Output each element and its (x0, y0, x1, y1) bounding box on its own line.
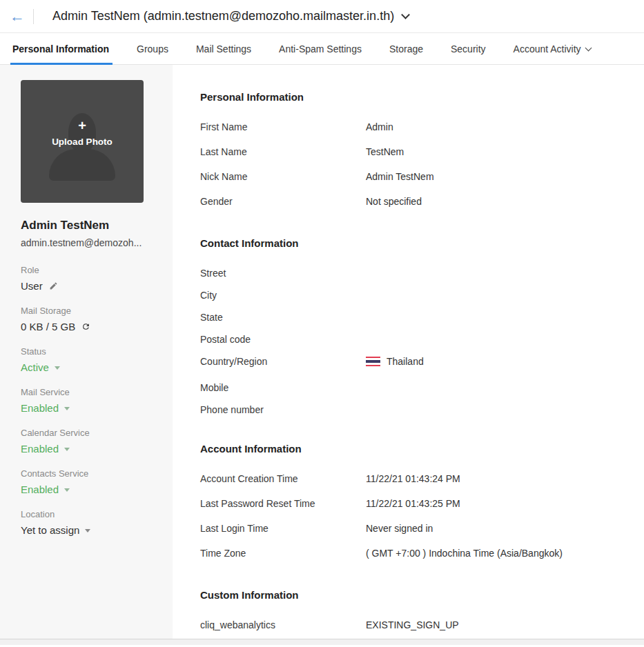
header: ← Admin TestNem (admin.testnem@demozoho.… (0, 0, 644, 33)
info-value: EXISTING_SIGN_UP (366, 619, 459, 630)
profile-sidebar: + Upload Photo Admin TestNem admin.testn… (0, 65, 173, 639)
info-value: Admin TestNem (366, 171, 434, 182)
upload-photo-button[interactable]: + Upload Photo (21, 80, 144, 203)
sidebar-field-value-calendar-service[interactable]: Enabled (21, 443, 152, 455)
tab-label: Groups (137, 43, 168, 54)
section-title: Contact Information (200, 237, 644, 250)
info-value: Admin (366, 121, 393, 132)
sidebar-field-mail-service: Mail ServiceEnabled (21, 387, 152, 414)
chevron-down-icon (401, 10, 410, 19)
tab-anti-spam-settings[interactable]: Anti-Spam Settings (279, 33, 362, 64)
info-row-first-name: First NameAdmin (200, 121, 644, 146)
info-value-text: Never signed in (366, 523, 433, 534)
sidebar-field-value-text: Enabled (21, 443, 59, 455)
info-value: 11/22/21 01:43:24 PM (366, 473, 460, 484)
section-contact-information: Contact InformationStreetCityStatePostal… (200, 237, 644, 426)
info-row-nick-name: Nick NameAdmin TestNem (200, 171, 644, 196)
user-title-dropdown[interactable]: Admin TestNem (admin.testnem@demozoho.ma… (43, 9, 409, 23)
info-row-account-creation-time: Account Creation Time11/22/21 01:43:24 P… (200, 473, 644, 498)
info-label: City (200, 290, 366, 301)
info-row-time-zone: Time Zone( GMT +7:00 ) Indochina Time (A… (200, 548, 644, 573)
section-personal-information: Personal InformationFirst NameAdminLast … (200, 91, 644, 221)
user-email: admin.testnem@demozoh... (21, 237, 152, 248)
info-row-cliq-webanalytics: cliq_webanalyticsEXISTING_SIGN_UP (200, 619, 644, 639)
sidebar-field-value-text: Yet to assign (21, 524, 79, 536)
info-value-text: TestNem (366, 146, 404, 157)
user-display-name: Admin TestNem (21, 219, 152, 232)
sidebar-field-value-contacts-service[interactable]: Enabled (21, 484, 152, 495)
info-value: Not specified (366, 196, 422, 207)
edit-pencil-icon[interactable] (49, 281, 58, 290)
refresh-icon[interactable] (81, 322, 90, 331)
tab-bar: Personal InformationGroupsMail SettingsA… (0, 33, 644, 65)
sidebar-field-value-text: 0 KB / 5 GB (21, 321, 75, 332)
info-row-city: City (200, 290, 644, 312)
tab-label: Anti-Spam Settings (279, 43, 362, 54)
tab-mail-settings[interactable]: Mail Settings (196, 33, 251, 64)
sidebar-field-value-text: Enabled (21, 402, 59, 414)
tab-security[interactable]: Security (451, 33, 486, 64)
info-row-last-login-time: Last Login TimeNever signed in (200, 523, 644, 548)
section-title: Account Information (200, 443, 644, 455)
sidebar-field-value-role: User (21, 280, 152, 292)
dropdown-caret-icon (55, 366, 60, 370)
sidebar-field-label: Role (21, 265, 152, 275)
chevron-down-icon (585, 44, 592, 51)
info-row-state: State (200, 312, 644, 334)
info-row-last-name: Last NameTestNem (200, 146, 644, 171)
info-label: Last Password Reset Time (200, 498, 366, 509)
plus-icon: + (21, 119, 144, 132)
section-account-information: Account InformationAccount Creation Time… (200, 443, 644, 573)
info-value: Thailand (366, 356, 424, 367)
tab-label: Storage (389, 43, 423, 54)
section-title: Personal Information (200, 91, 644, 103)
sidebar-field-value-location[interactable]: Yet to assign (21, 524, 152, 536)
sidebar-field-label: Contacts Service (21, 468, 152, 479)
tab-label: Personal Information (12, 43, 109, 54)
info-row-gender: GenderNot specified (200, 196, 644, 221)
info-label: Last Name (200, 146, 366, 157)
section-custom-information: Custom Informationcliq_webanalyticsEXIST… (200, 589, 644, 639)
sidebar-field-role: RoleUser (21, 265, 152, 292)
info-value-text: Thailand (387, 356, 424, 367)
info-value-text: 11/22/21 01:43:24 PM (366, 473, 460, 484)
info-value-text: EXISTING_SIGN_UP (366, 619, 459, 630)
back-button[interactable]: ← (8, 9, 26, 24)
info-label: Postal code (200, 334, 366, 345)
sidebar-field-label: Mail Service (21, 387, 152, 397)
sidebar-field-value-mail-service[interactable]: Enabled (21, 402, 152, 414)
info-row-last-password-reset-time: Last Password Reset Time11/22/21 01:43:2… (200, 498, 644, 523)
info-row-street: Street (200, 268, 644, 290)
dropdown-caret-icon (64, 407, 70, 410)
section-title: Custom Information (200, 589, 644, 601)
sidebar-field-contacts-service: Contacts ServiceEnabled (21, 468, 152, 495)
sidebar-fields: RoleUserMail Storage0 KB / 5 GBStatusAct… (21, 265, 152, 536)
sidebar-field-value-status[interactable]: Active (21, 361, 152, 373)
info-row-mobile: Mobile (200, 382, 644, 404)
content: + Upload Photo Admin TestNem admin.testn… (0, 65, 644, 639)
sidebar-field-value-text: User (21, 280, 43, 292)
page-title: Admin TestNem (admin.testnem@demozoho.ma… (52, 9, 394, 23)
header-divider (33, 9, 34, 24)
tab-label: Security (451, 43, 486, 54)
sidebar-field-value-mail-storage: 0 KB / 5 GB (21, 321, 152, 332)
info-value-text: Not specified (366, 196, 422, 207)
info-label: cliq_webanalytics (200, 619, 366, 630)
avatar-silhouette-body-icon (49, 149, 115, 181)
dropdown-caret-icon (64, 448, 70, 451)
info-row-country-region: Country/RegionThailand (200, 356, 644, 382)
tab-groups[interactable]: Groups (137, 33, 168, 64)
tab-account-activity[interactable]: Account Activity (514, 33, 591, 64)
info-row-postal-code: Postal code (200, 334, 644, 356)
tab-storage[interactable]: Storage (389, 33, 423, 64)
sidebar-field-label: Location (21, 509, 152, 519)
sidebar-field-label: Status (21, 346, 152, 357)
tab-label: Account Activity (514, 43, 581, 54)
horizontal-scrollbar[interactable] (0, 639, 644, 645)
info-label: Street (200, 268, 366, 279)
info-label: Time Zone (200, 548, 366, 559)
sidebar-field-status: StatusActive (21, 346, 152, 373)
detail-pane: Personal InformationFirst NameAdminLast … (173, 65, 644, 639)
tab-personal-information[interactable]: Personal Information (12, 33, 109, 64)
info-label: Last Login Time (200, 523, 366, 534)
